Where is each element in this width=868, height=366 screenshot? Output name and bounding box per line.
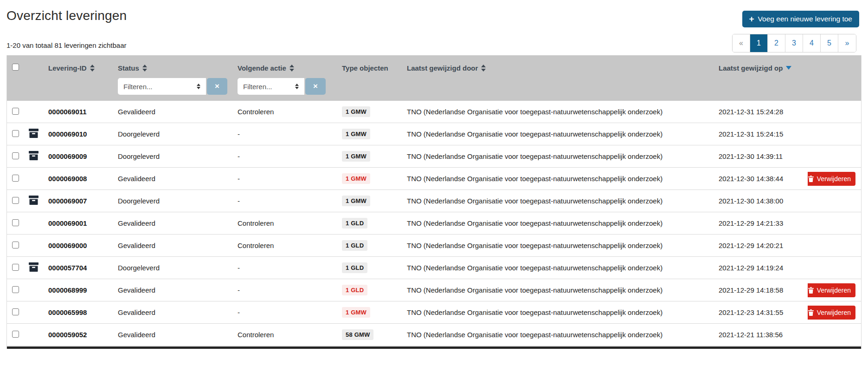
gewijzigd-op-cell: 2021-12-23 14:31:55 [717, 308, 808, 316]
volgende-actie-cell: - [236, 175, 335, 183]
levering-id: 0000069008 [46, 175, 116, 183]
column-header-volgende-actie[interactable]: Volgende actie [236, 64, 335, 72]
type-objecten-badge: 1 GMW [342, 106, 370, 117]
table-row: 0000069011 Gevalideerd Controleren 1 GMW… [7, 101, 861, 123]
row-checkbox[interactable] [12, 264, 19, 271]
row-checkbox[interactable] [12, 331, 19, 338]
gewijzigd-op-cell: 2021-12-29 14:18:58 [717, 286, 808, 294]
volgende-actie-filter-select[interactable]: Filteren... [238, 78, 304, 95]
type-objecten-badge: 1 GMW [342, 196, 370, 206]
type-objecten-badge: 1 GMW [342, 129, 370, 139]
levering-id: 0000069010 [46, 130, 116, 138]
levering-id: 0000068999 [46, 286, 116, 294]
gewijzigd-door-cell: TNO (Nederlandse Organisatie voor toegep… [405, 264, 717, 272]
status-cell: Gevalideerd [116, 175, 236, 183]
levering-id: 0000069007 [46, 197, 116, 205]
volgende-actie-cell: - [236, 197, 335, 205]
delete-button[interactable]: Verwijderen [808, 306, 855, 320]
gewijzigd-op-cell: 2021-12-30 14:38:00 [717, 197, 808, 205]
volgende-actie-cell: - [236, 264, 335, 272]
pagination-page-1[interactable]: 1 [750, 34, 768, 52]
table-row: 0000069007 Doorgeleverd - 1 GMW TNO (Ned… [7, 190, 861, 212]
add-delivery-button[interactable]: + Voeg een nieuwe levering toe [742, 11, 860, 27]
levering-id: 0000059052 [46, 331, 116, 339]
trash-icon [808, 176, 814, 182]
table-row: 0000068999 Gevalideerd - 1 GLD TNO (Nede… [7, 279, 861, 301]
table-row: 0000065998 Gevalideerd - 1 GMW TNO (Nede… [7, 301, 861, 324]
archive-icon [29, 262, 39, 272]
gewijzigd-door-cell: TNO (Nederlandse Organisatie voor toegep… [405, 308, 717, 316]
status-cell: Doorgeleverd [116, 264, 236, 272]
volgende-actie-cell: Controleren [236, 108, 335, 116]
status-cell: Gevalideerd [116, 331, 236, 339]
status-cell: Doorgeleverd [116, 197, 236, 205]
gewijzigd-door-cell: TNO (Nederlandse Organisatie voor toegep… [405, 219, 717, 227]
archive-icon [29, 129, 39, 138]
volgende-actie-cell: Controleren [236, 219, 335, 227]
sort-icon [90, 65, 95, 72]
delete-button[interactable]: Verwijderen [808, 172, 855, 186]
volgende-actie-cell: - [236, 308, 335, 316]
select-all-checkbox[interactable] [12, 64, 19, 71]
gewijzigd-op-cell: 2021-12-21 11:38:56 [717, 331, 808, 339]
row-checkbox[interactable] [12, 308, 19, 315]
top-bar: Overzicht leveringen + Voeg een nieuwe l… [6, 0, 862, 27]
gewijzigd-door-cell: TNO (Nederlandse Organisatie voor toegep… [405, 108, 717, 116]
levering-id: 0000069009 [46, 152, 116, 160]
gewijzigd-door-cell: TNO (Nederlandse Organisatie voor toegep… [405, 130, 717, 138]
table-row: 0000069000 Gevalideerd Controleren 1 GLD… [7, 235, 861, 257]
pagination-next[interactable]: » [838, 34, 856, 52]
table-row: 0000069001 Gevalideerd Controleren 1 GLD… [7, 212, 861, 235]
column-header-laatst-gewijzigd-door[interactable]: Laatst gewijzigd door [405, 64, 717, 72]
clear-volgende-actie-filter-button[interactable]: × [305, 78, 326, 95]
status-cell: Gevalideerd [116, 308, 236, 316]
row-checkbox[interactable] [12, 152, 19, 159]
trash-icon [808, 309, 814, 316]
delete-button[interactable]: Verwijderen [808, 283, 855, 297]
page: Overzicht leveringen + Voeg een nieuwe l… [0, 0, 868, 349]
pagination-page-5[interactable]: 5 [821, 34, 838, 52]
column-header-status[interactable]: Status [116, 64, 236, 72]
column-header-levering-id[interactable]: Levering-ID [46, 64, 116, 72]
cropped-footer-edge [7, 346, 861, 349]
pagination-page-2[interactable]: 2 [768, 34, 785, 52]
type-objecten-badge: 58 GMW [342, 329, 373, 340]
row-checkbox[interactable] [12, 108, 19, 115]
type-objecten-badge: 1 GMW [342, 151, 370, 162]
gewijzigd-op-cell: 2021-12-30 14:39:11 [717, 152, 808, 160]
type-objecten-badge: 1 GLD [342, 218, 367, 229]
gewijzigd-door-cell: TNO (Nederlandse Organisatie voor toegep… [405, 197, 717, 205]
table-header: Levering-ID Status Volgende actie Type o… [7, 55, 861, 101]
status-filter-select[interactable]: Filteren... [118, 78, 206, 95]
type-objecten-badge: 1 GLD [342, 285, 367, 295]
gewijzigd-op-cell: 2021-12-29 14:19:24 [717, 264, 808, 272]
column-header-laatst-gewijzigd-op[interactable]: Laatst gewijzigd op [717, 64, 808, 72]
levering-id: 0000057704 [46, 264, 116, 272]
type-objecten-badge: 1 GMW [342, 307, 370, 318]
row-checkbox[interactable] [12, 286, 19, 293]
type-objecten-badge: 1 GLD [342, 240, 367, 251]
pagination-page-4[interactable]: 4 [803, 34, 821, 52]
row-checkbox[interactable] [12, 242, 19, 248]
gewijzigd-op-cell: 2021-12-29 14:20:21 [717, 242, 808, 249]
trash-icon [808, 287, 814, 294]
sort-icon [481, 65, 486, 72]
gewijzigd-op-cell: 2021-12-30 14:38:44 [717, 175, 808, 183]
status-cell: Gevalideerd [116, 108, 236, 116]
gewijzigd-door-cell: TNO (Nederlandse Organisatie voor toegep… [405, 242, 717, 249]
archive-icon [29, 196, 39, 205]
clear-status-filter-button[interactable]: × [207, 78, 227, 95]
status-cell: Gevalideerd [116, 286, 236, 294]
pagination-prev[interactable]: « [733, 34, 750, 52]
pagination-page-3[interactable]: 3 [785, 34, 803, 52]
table-filter-row: Filteren... × Filteren... × [7, 77, 861, 101]
row-checkbox[interactable] [12, 197, 19, 204]
sort-descending-icon [786, 66, 791, 70]
pagination: « 1 2 3 4 5 » [732, 34, 856, 52]
volgende-actie-cell: - [236, 130, 335, 138]
row-checkbox[interactable] [12, 219, 19, 226]
status-cell: Doorgeleverd [116, 130, 236, 138]
row-checkbox[interactable] [12, 175, 19, 182]
status-cell: Gevalideerd [116, 242, 236, 249]
row-checkbox[interactable] [12, 130, 19, 137]
